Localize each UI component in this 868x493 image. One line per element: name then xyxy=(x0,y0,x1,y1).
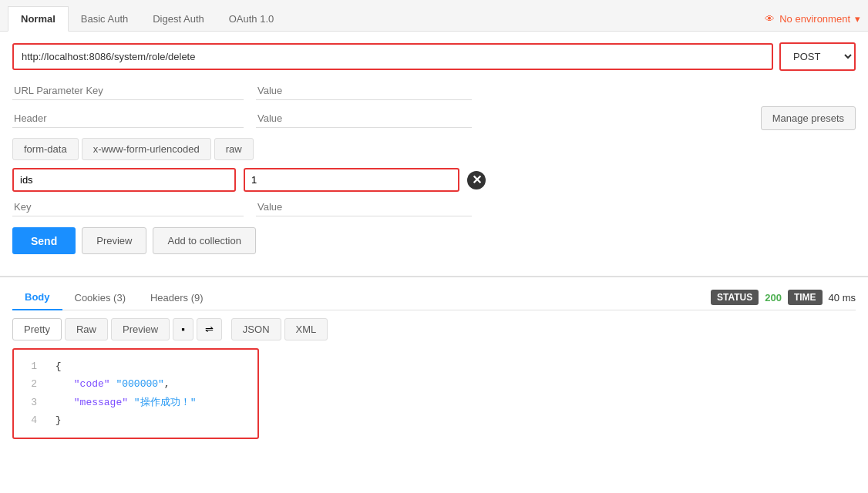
kv-empty-row xyxy=(12,198,856,216)
json-line-1: 1 { xyxy=(25,357,247,375)
kv-value-input[interactable] xyxy=(256,198,472,216)
format-tabs: JSON XML xyxy=(231,318,328,340)
url-param-key-input[interactable] xyxy=(12,82,244,100)
header-inputs xyxy=(12,109,749,128)
header-value-input[interactable] xyxy=(256,109,472,128)
auth-tabs-bar: Normal Basic Auth Digest Auth OAuth 1.0 … xyxy=(0,0,868,32)
view-tab-preview[interactable]: Preview xyxy=(111,318,170,340)
tab-normal[interactable]: Normal xyxy=(8,6,69,32)
tab-form-data[interactable]: form-data xyxy=(12,138,79,160)
preview-button[interactable]: Preview xyxy=(82,227,146,254)
time-value: 40 ms xyxy=(829,292,856,304)
format-xml-button[interactable]: XML xyxy=(284,318,328,340)
form-field-row: ✕ xyxy=(12,168,856,192)
json-output: 1 { 2 "code" "000000", 3 "message" "操作成功… xyxy=(12,348,259,439)
json-message-value: "操作成功！" xyxy=(134,397,197,408)
response-tabs-bar: Body Cookies (3) Headers (9) STATUS 200 … xyxy=(12,285,856,310)
kv-key-input[interactable] xyxy=(12,198,244,216)
add-to-collection-button[interactable]: Add to collection xyxy=(153,227,255,254)
tab-oauth[interactable]: OAuth 1.0 xyxy=(217,7,287,31)
view-tab-pretty[interactable]: Pretty xyxy=(12,318,62,340)
json-line-3: 3 "message" "操作成功！" xyxy=(25,394,247,411)
method-select[interactable]: POST GET PUT DELETE PATCH xyxy=(779,42,856,71)
remove-field-button[interactable]: ✕ xyxy=(467,171,486,189)
tab-raw[interactable]: raw xyxy=(214,138,254,160)
url-bar: POST GET PUT DELETE PATCH xyxy=(12,42,856,71)
env-label: No environment xyxy=(779,13,850,25)
tab-cookies[interactable]: Cookies (3) xyxy=(62,286,138,310)
tab-headers[interactable]: Headers (9) xyxy=(138,286,216,310)
status-label: STATUS xyxy=(711,290,759,305)
url-params-row xyxy=(12,82,856,100)
view-tab-raw[interactable]: Raw xyxy=(65,318,108,340)
header-key-input[interactable] xyxy=(12,109,244,128)
view-tabs: Pretty Raw Preview ▪ ⇌ JSON XML xyxy=(12,318,856,340)
send-button[interactable]: Send xyxy=(12,227,76,254)
body-type-tabs: form-data x-www-form-urlencoded raw xyxy=(12,138,856,160)
time-label: TIME xyxy=(788,290,823,305)
url-param-value-input[interactable] xyxy=(256,82,472,100)
format-json-button[interactable]: JSON xyxy=(231,318,281,340)
status-badge: STATUS 200 TIME 40 ms xyxy=(711,290,856,305)
format-icon-button[interactable]: ⇌ xyxy=(197,318,222,340)
json-code-key: "code" xyxy=(74,378,110,390)
status-code: 200 xyxy=(765,292,782,304)
json-message-key: "message" xyxy=(74,397,128,408)
environment-selector[interactable]: 👁 No environment ▾ xyxy=(765,13,860,25)
eye-icon: 👁 xyxy=(765,13,775,25)
chevron-down-icon: ▾ xyxy=(855,13,860,25)
header-row: Manage presets xyxy=(12,106,856,130)
manage-presets-button[interactable]: Manage presets xyxy=(761,106,856,130)
copy-icon-button[interactable]: ▪ xyxy=(173,318,193,340)
tab-url-encoded[interactable]: x-www-form-urlencoded xyxy=(82,138,211,160)
json-line-4: 4 } xyxy=(25,411,247,429)
action-buttons: Send Preview Add to collection xyxy=(12,227,856,265)
json-open-brace: { xyxy=(56,361,62,372)
tab-body[interactable]: Body xyxy=(12,285,62,310)
json-close-brace: } xyxy=(56,414,62,426)
url-input[interactable] xyxy=(12,43,773,70)
request-area: POST GET PUT DELETE PATCH Manage presets… xyxy=(0,32,868,276)
tab-digest-auth[interactable]: Digest Auth xyxy=(140,7,217,31)
form-value-input[interactable] xyxy=(244,168,459,192)
tab-basic-auth[interactable]: Basic Auth xyxy=(69,7,140,31)
json-code-value: "000000" xyxy=(116,378,163,390)
json-line-2: 2 "code" "000000", xyxy=(25,375,247,393)
response-area: Body Cookies (3) Headers (9) STATUS 200 … xyxy=(0,277,868,447)
form-key-input[interactable] xyxy=(12,168,236,192)
